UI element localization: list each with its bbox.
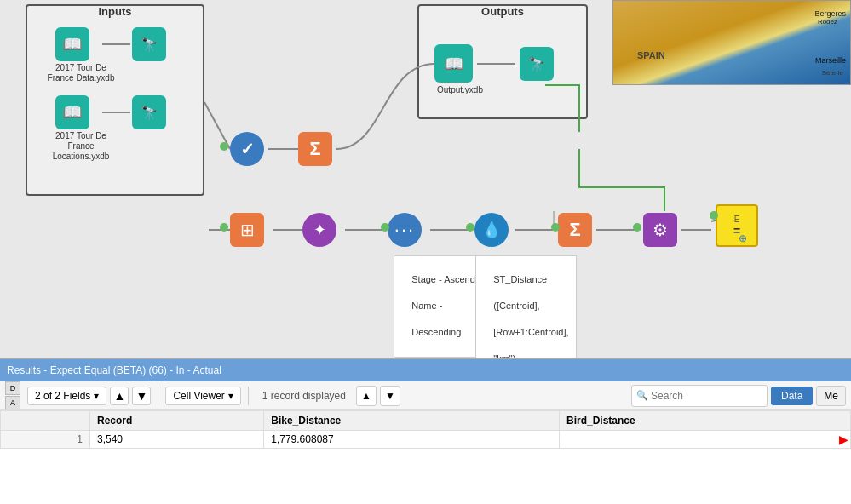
table-node[interactable]	[230, 213, 264, 247]
connector-1	[220, 142, 228, 151]
separator-2	[248, 387, 249, 405]
drop-node[interactable]	[474, 213, 509, 247]
bino-icon-1	[141, 37, 158, 53]
separator-1	[158, 387, 158, 405]
gear-node[interactable]	[643, 213, 677, 247]
gear-icon	[653, 220, 668, 240]
input-book-node-2[interactable]	[55, 95, 89, 129]
equal-node[interactable]: E = ⊕	[716, 204, 758, 247]
table-row: 1 3,540 1,779.608087 ▶	[1, 431, 851, 449]
input-bino-node-2[interactable]	[132, 95, 166, 129]
search-box: 🔍 Data Me	[631, 385, 846, 407]
col-header-bike[interactable]: Bike_Distance	[264, 411, 560, 431]
fields-label: 2 of 2 Fields	[35, 390, 90, 402]
output-bino-icon	[528, 56, 545, 72]
cell-viewer-chevron-icon	[228, 390, 233, 402]
input-label-2: 2017 Tour DeFranceLocations.yxdb	[43, 131, 119, 162]
canvas-area: Bergeres Rodez SPAIN Marseille Sète-le I…	[0, 0, 851, 358]
search-icon: 🔍	[636, 390, 648, 401]
connector-7	[710, 211, 718, 220]
fields-down-arrow[interactable]: ▼	[132, 387, 151, 405]
result-bar: Results - Expect Equal (BETA) (66) - In …	[0, 359, 851, 381]
search-container: 🔍	[631, 385, 768, 407]
data-button[interactable]: Data	[771, 387, 813, 405]
record-count: 1 record displayed	[256, 390, 353, 402]
output-bino-node[interactable]	[520, 47, 554, 81]
left-tab-d[interactable]: D	[5, 381, 20, 395]
cell-bike-distance: 1,779.608087	[264, 431, 560, 449]
col-header-bird[interactable]: Bird_Distance	[559, 411, 850, 431]
connector-5	[551, 223, 560, 232]
inputs-box: Inputs	[26, 4, 204, 196]
nav-down-button[interactable]: ▼	[380, 386, 400, 406]
nav-up-button[interactable]: ▲	[356, 386, 377, 406]
inputs-label: Inputs	[99, 5, 132, 18]
toolbar-row: D A 2 of 2 Fields ▲ ▼ Cell Viewer 1 reco…	[0, 381, 851, 410]
cell-record: 3,540	[90, 431, 264, 449]
result-bar-text: Results - Expect Equal (BETA) (66) - In …	[7, 364, 221, 376]
input-label-1: 2017 Tour DeFrance Data.yxdb	[47, 63, 115, 83]
sigma-node-1[interactable]	[298, 132, 332, 166]
cell-bird-distance: ▶	[559, 431, 850, 449]
spain-label: SPAIN	[637, 50, 665, 60]
check-node[interactable]	[230, 132, 264, 166]
check-icon	[240, 139, 255, 159]
fields-up-arrow[interactable]: ▲	[110, 387, 129, 405]
error-indicator: ▶	[839, 432, 848, 446]
book-icon-1	[63, 35, 82, 54]
map-background: Bergeres Rodez SPAIN Marseille Sète-le	[612, 0, 851, 85]
data-table: Record Bike_Distance Bird_Distance 1 3,5…	[0, 410, 851, 449]
bottom-panel: Results - Expect Equal (BETA) (66) - In …	[0, 358, 851, 504]
drop-icon	[482, 220, 501, 239]
table-icon	[240, 220, 255, 240]
tooltip-2: ST_Distance ([Centroid], [Row+1:Centroid…	[475, 255, 577, 358]
bino-icon-2	[141, 105, 158, 121]
row-number: 1	[1, 431, 90, 449]
fields-button[interactable]: 2 of 2 Fields	[27, 387, 106, 405]
col-header-record[interactable]: Record	[90, 411, 264, 431]
input-book-node-1[interactable]	[55, 27, 89, 61]
cell-viewer-button[interactable]: Cell Viewer	[165, 387, 240, 405]
me-button[interactable]: Me	[816, 386, 846, 406]
dots-node[interactable]: ···	[388, 213, 422, 247]
outputs-label: Outputs	[481, 5, 524, 18]
left-tab-a[interactable]: A	[5, 396, 20, 410]
book-icon-2	[63, 103, 82, 122]
network-node[interactable]	[302, 213, 336, 247]
sigma-node-2[interactable]	[558, 213, 592, 247]
network-icon	[313, 220, 326, 239]
input-bino-node-1[interactable]	[132, 27, 166, 61]
table-area[interactable]: Record Bike_Distance Bird_Distance 1 3,5…	[0, 410, 851, 504]
col-header-rownum	[1, 411, 90, 431]
output-book-node[interactable]	[434, 44, 473, 83]
sigma-icon-1	[309, 138, 320, 160]
fields-chevron-icon	[94, 390, 99, 402]
connector-2	[220, 223, 228, 232]
connector-3	[381, 223, 389, 232]
sigma-icon-2	[569, 219, 580, 241]
connector-6	[633, 223, 641, 232]
output-label: Output.yxdb	[430, 85, 490, 95]
cell-viewer-label: Cell Viewer	[173, 390, 224, 402]
search-input[interactable]	[631, 385, 768, 407]
connector-4	[466, 223, 474, 232]
output-book-icon	[445, 54, 463, 73]
